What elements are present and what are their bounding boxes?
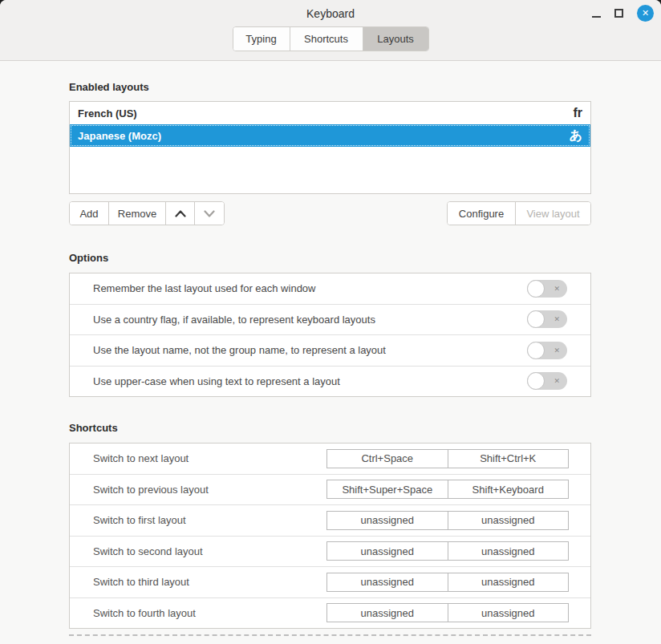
layout-indicator-fr-icon: fr xyxy=(573,107,582,119)
shortcuts-box: Switch to next layout Ctrl+Space Shift+C… xyxy=(69,443,591,629)
tab-layouts[interactable]: Layouts xyxy=(363,27,428,51)
shortcut-row-fourth-layout: Switch to fourth layout unassigned unass… xyxy=(70,598,590,629)
shortcut-row-third-layout: Switch to third layout unassigned unassi… xyxy=(70,567,590,598)
keyboard-settings-window: Keyboard ✕ Typing Shortcuts Layouts Enab… xyxy=(0,0,661,644)
toggle-remember-last-layout[interactable]: ✕ xyxy=(527,280,567,298)
options-box: Remember the last layout used for each w… xyxy=(69,273,591,397)
option-label: Use upper-case when using text to repres… xyxy=(93,375,340,387)
enabled-layouts-list[interactable]: French (US) fr Japanese (Mozc) あ xyxy=(69,101,591,194)
option-label: Use a country flag, if available, to rep… xyxy=(93,314,375,326)
options-header: Options xyxy=(69,252,591,265)
titlebar[interactable]: Keyboard ✕ xyxy=(0,0,661,26)
toggle-off-icon: ✕ xyxy=(554,378,560,385)
window-resize-edge[interactable] xyxy=(69,634,591,636)
window-controls: ✕ xyxy=(592,0,654,26)
shortcut-row-second-layout: Switch to second layout unassigned unass… xyxy=(70,537,590,568)
add-button[interactable]: Add xyxy=(70,202,109,225)
toggle-upper-case[interactable]: ✕ xyxy=(527,372,567,390)
shortcuts-header: Shortcuts xyxy=(69,422,591,435)
shortcut-row-next-layout: Switch to next layout Ctrl+Space Shift+C… xyxy=(70,444,590,475)
shortcut-label: Switch to second layout xyxy=(93,545,203,557)
configure-button-group: Configure View layout xyxy=(447,201,591,225)
keybinding-cell[interactable]: unassigned xyxy=(448,512,569,529)
keybinding-cell[interactable]: Shift+Super+Space xyxy=(327,480,448,498)
keybinding-cell[interactable]: unassigned xyxy=(327,512,448,529)
toggle-knob xyxy=(527,342,545,359)
toggle-knob xyxy=(527,280,545,298)
keybinding-cell[interactable]: unassigned xyxy=(448,573,569,591)
toggle-layout-name[interactable]: ✕ xyxy=(527,342,567,359)
keybinding-cell[interactable]: unassigned xyxy=(327,604,448,622)
maximize-icon[interactable] xyxy=(614,9,623,18)
close-icon[interactable]: ✕ xyxy=(637,5,654,22)
window-title: Keyboard xyxy=(306,7,355,20)
option-row-remember-last-layout: Remember the last layout used for each w… xyxy=(70,273,590,305)
toggle-knob xyxy=(527,310,545,328)
minimize-icon[interactable] xyxy=(592,16,601,18)
enabled-layouts-header: Enabled layouts xyxy=(69,81,591,94)
layout-indicator-ja-icon: あ xyxy=(570,129,582,142)
keybinding-cell[interactable]: unassigned xyxy=(327,573,448,591)
keybinding-cell[interactable]: unassigned xyxy=(327,542,448,560)
configure-button[interactable]: Configure xyxy=(448,202,516,225)
tab-group: Typing Shortcuts Layouts xyxy=(233,26,429,51)
tab-shortcuts[interactable]: Shortcuts xyxy=(290,27,363,51)
shortcut-label: Switch to third layout xyxy=(93,576,189,588)
keybinding-group: unassigned unassigned xyxy=(326,511,569,530)
toggle-off-icon: ✕ xyxy=(554,285,560,292)
toggle-knob xyxy=(527,372,545,390)
keybinding-group: unassigned unassigned xyxy=(326,573,569,592)
layout-row-french[interactable]: French (US) fr xyxy=(70,102,590,124)
shortcut-row-first-layout: Switch to first layout unassigned unassi… xyxy=(70,505,590,537)
shortcut-row-previous-layout: Switch to previous layout Shift+Super+Sp… xyxy=(70,475,590,506)
window-header: Keyboard ✕ Typing Shortcuts Layouts xyxy=(0,0,661,61)
chevron-down-icon xyxy=(204,210,215,217)
tab-typing[interactable]: Typing xyxy=(233,27,290,51)
keybinding-cell[interactable]: unassigned xyxy=(448,604,569,622)
keybinding-cell[interactable]: Shift+Ctrl+K xyxy=(448,450,569,468)
keybinding-group: unassigned unassigned xyxy=(326,603,569,622)
layout-name: Japanese (Mozc) xyxy=(78,130,161,142)
remove-button[interactable]: Remove xyxy=(109,202,166,225)
keybinding-cell[interactable]: Ctrl+Space xyxy=(327,450,448,468)
layout-row-japanese[interactable]: Japanese (Mozc) あ xyxy=(70,124,590,147)
toggle-off-icon: ✕ xyxy=(554,316,560,323)
keybinding-group: Ctrl+Space Shift+Ctrl+K xyxy=(326,449,569,468)
keybinding-cell[interactable]: unassigned xyxy=(448,542,569,560)
toggle-off-icon: ✕ xyxy=(554,346,560,354)
keybinding-group: Shift+Super+Space Shift+Keyboard xyxy=(326,480,569,499)
edit-button-group: Add Remove xyxy=(69,201,225,225)
move-down-button[interactable] xyxy=(195,202,224,225)
layout-name: French (US) xyxy=(78,107,137,119)
option-row-layout-name: Use the layout name, not the group name,… xyxy=(70,335,590,367)
shortcut-label: Switch to next layout xyxy=(93,452,189,464)
view-layout-button[interactable]: View layout xyxy=(516,202,590,225)
keybinding-cell[interactable]: Shift+Keyboard xyxy=(448,480,569,498)
layout-list-toolbar: Add Remove Configure View layout xyxy=(69,201,591,225)
shortcut-label: Switch to first layout xyxy=(93,514,186,526)
option-row-country-flag: Use a country flag, if available, to rep… xyxy=(70,305,590,336)
option-row-upper-case: Use upper-case when using text to repres… xyxy=(70,367,590,397)
shortcut-label: Switch to previous layout xyxy=(93,484,209,496)
toggle-country-flag[interactable]: ✕ xyxy=(527,310,567,328)
move-up-button[interactable] xyxy=(166,202,195,225)
tabs-row: Typing Shortcuts Layouts xyxy=(0,26,661,51)
shortcut-label: Switch to fourth layout xyxy=(93,607,196,619)
chevron-up-icon xyxy=(175,210,186,217)
option-label: Remember the last layout used for each w… xyxy=(93,282,315,294)
layouts-panel: Enabled layouts French (US) fr Japanese … xyxy=(0,81,661,636)
option-label: Use the layout name, not the group name,… xyxy=(93,344,386,356)
keybinding-group: unassigned unassigned xyxy=(326,541,569,561)
